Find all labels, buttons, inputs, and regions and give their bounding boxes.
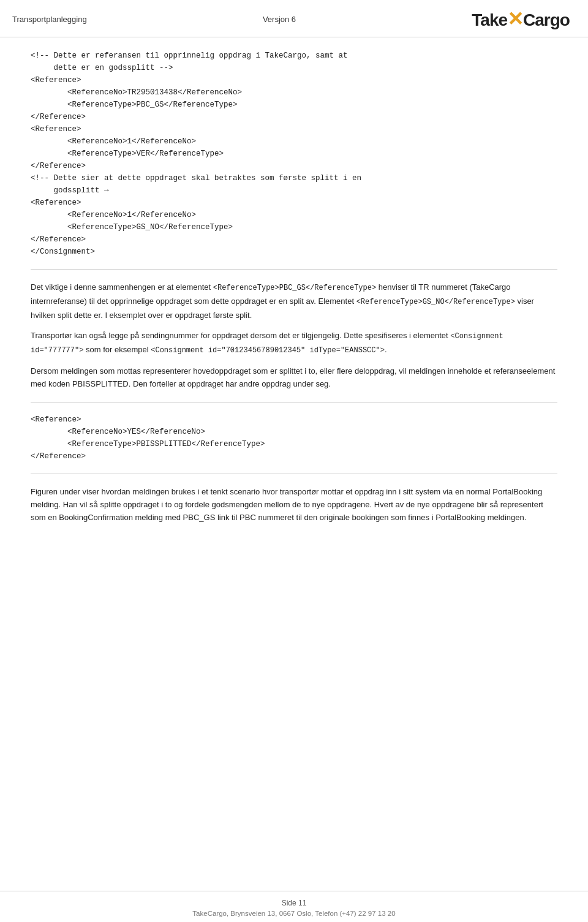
paragraph-2: Transportør kan også legge på sendingnum… [31,329,557,357]
main-content: <!-- Dette er referansen til opprinnelig… [0,37,588,569]
page-number: Side 11 [0,899,588,907]
inline-code-4: <Consignment id="70123456789012345" idTy… [151,346,385,355]
inline-code-2: <ReferenceType>GS_NO</ReferenceType> [356,298,515,306]
logo-cargo: Cargo [523,10,570,29]
code-block-2: <Reference> <ReferenceNo>YES</ReferenceN… [31,414,557,463]
logo: Take✕Cargo [472,7,570,31]
logo-take: Take [472,10,507,29]
version-label: Versjon 6 [263,15,296,24]
page-header: Transportplanlegging Versjon 6 Take✕Carg… [0,0,588,37]
paragraph-4: Figuren under viser hvordan meldingen br… [31,485,557,524]
divider-2 [31,402,557,402]
paragraph-1: Det viktige i denne sammenhengen er at e… [31,281,557,322]
page-footer: Side 11 TakeCargo, Brynsveien 13, 0667 O… [0,891,588,922]
divider-3 [31,474,557,474]
inline-code-1: <ReferenceType>PBC_GS</ReferenceType> [213,284,376,292]
logo-x: ✕ [507,8,523,30]
divider-1 [31,269,557,270]
code-block-1: <!-- Dette er referansen til opprinnelig… [31,50,557,258]
document-title: Transportplanlegging [12,15,87,24]
company-info: TakeCargo, Brynsveien 13, 0667 Oslo, Tel… [0,910,588,917]
paragraph-3: Dersom meldingen som mottas representere… [31,365,557,391]
